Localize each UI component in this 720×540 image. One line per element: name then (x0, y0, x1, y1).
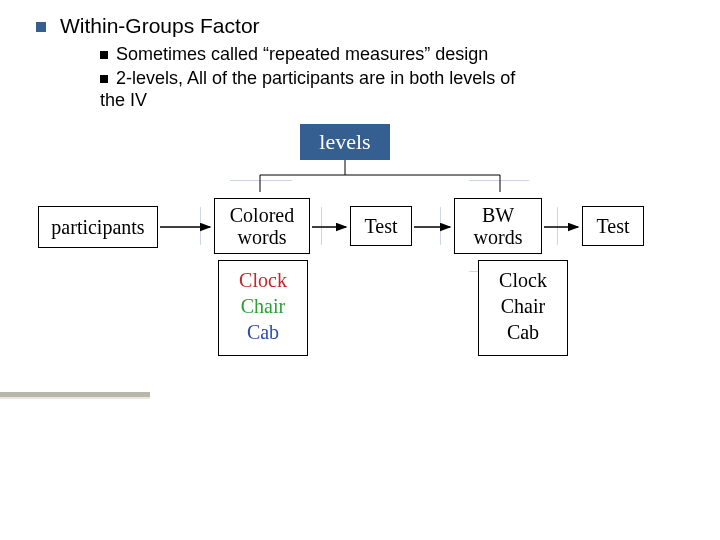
colored-word-list: Clock Chair Cab (218, 260, 308, 356)
participants-box: participants (38, 206, 158, 248)
levels-label: levels (319, 129, 370, 155)
word-clock-bw: Clock (479, 267, 567, 293)
test2-label: Test (596, 215, 629, 238)
word-cab-blue: Cab (219, 319, 307, 345)
bw-l2: words (474, 226, 523, 248)
bullet-square-icon (100, 75, 108, 83)
bullet-square-icon (36, 22, 46, 32)
title-bullet: Within-Groups Factor (36, 14, 260, 38)
bw-words-box: BW words (454, 198, 542, 254)
colored-l1: Colored (230, 204, 294, 226)
test1-label: Test (364, 215, 397, 238)
test-box-1: Test (350, 206, 412, 246)
word-cab-bw: Cab (479, 319, 567, 345)
colored-l2: words (238, 226, 287, 248)
word-chair-green: Chair (219, 293, 307, 319)
bw-word-list: Clock Chair Cab (478, 260, 568, 356)
bw-l1: BW (482, 204, 514, 226)
sub1-text: Sometimes called “repeated measures” des… (116, 44, 488, 64)
word-chair-bw: Chair (479, 293, 567, 319)
colored-words-box: Colored words (214, 198, 310, 254)
decorative-bar-under (0, 397, 150, 399)
sub-bullet-1: Sometimes called “repeated measures” des… (100, 44, 488, 65)
levels-box: levels (300, 124, 390, 160)
participants-label: participants (51, 216, 144, 239)
title-text: Within-Groups Factor (60, 14, 260, 37)
sub2-text-line2: the IV (100, 90, 147, 111)
word-clock-red: Clock (219, 267, 307, 293)
sub2-text-line1: 2-levels, All of the participants are in… (116, 68, 515, 88)
sub-bullet-2: 2-levels, All of the participants are in… (100, 68, 600, 89)
bullet-square-icon (100, 51, 108, 59)
test-box-2: Test (582, 206, 644, 246)
